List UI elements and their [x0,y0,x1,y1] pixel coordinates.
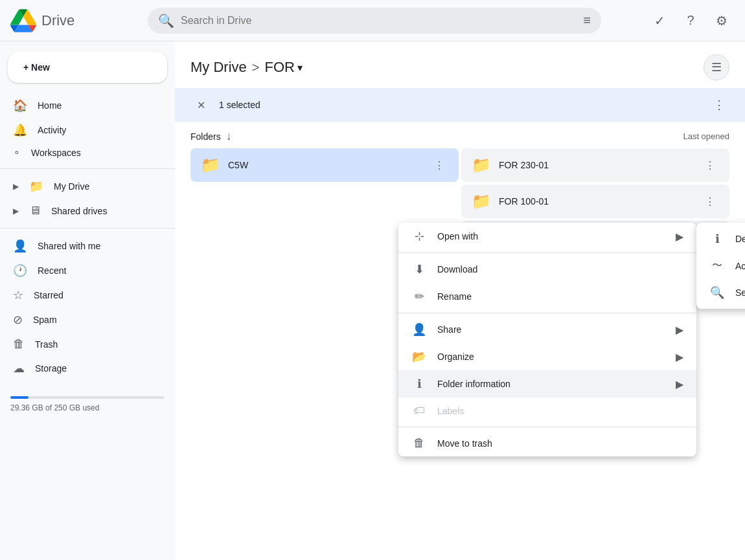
view-toggle-button[interactable]: ☰ [704,54,729,80]
folder-item-for-100-01[interactable]: 📁 FOR 100-01 ⋮ [461,185,729,218]
menu-item-label: Organize [437,352,474,362]
dropdown-icon: ▾ [297,62,303,74]
home-icon: 🏠 [13,98,27,113]
submenu: ℹ Details 〜 Activity 🔍 Search within C5W [696,223,745,309]
menu-item-download[interactable]: ⬇ Download [398,256,696,283]
sidebar-item-home[interactable]: 🏠 Home [0,93,165,118]
workspaces-icon: ⚬ [13,148,21,158]
rename-icon: ✏ [411,289,427,304]
breadcrumb-parent[interactable]: My Drive [190,59,247,76]
menu-item-label: Download [437,264,477,274]
search-input[interactable] [181,15,577,27]
storage-bar-fill [10,396,29,399]
menu-item-organize[interactable]: 📂 Organize ▶ [398,343,696,370]
search-icon: 🔍 [158,13,174,28]
sidebar-item-recent[interactable]: 🕐 Recent [0,258,165,283]
logo-area: Drive [10,8,140,34]
menu-item-label: Labels [437,406,464,416]
context-menu: ⊹ Open with ▶ ⬇ Download ✏ Rename 👤 Shar… [398,223,696,456]
submenu-item-label: Search within C5W [735,287,745,298]
submenu-item-details[interactable]: ℹ Details [696,225,745,252]
submenu-item-label: Activity [735,261,745,271]
open-with-icon: ⊹ [411,229,427,243]
star-icon: ☆ [13,288,23,302]
sidebar-item-activity[interactable]: 🔔 Activity [0,118,165,142]
breadcrumb-current-label: FOR [264,59,294,76]
sidebar-item-label: Shared drives [51,206,107,216]
last-opened-label: Last opened [683,131,729,141]
details-icon: ℹ [709,232,725,246]
sidebar-item-label: Starred [34,290,63,300]
selection-close-button[interactable]: ✕ [190,95,211,115]
activity-icon: 〜 [709,259,725,273]
menu-item-label: Rename [437,291,472,302]
search-within-icon: 🔍 [709,286,725,300]
filter-icon[interactable]: ≡ [583,13,591,28]
menu-divider-2 [398,313,696,313]
submenu-item-label: Details [735,234,745,244]
sidebar-item-workspaces[interactable]: ⚬ Workspaces [0,142,165,163]
bell-icon: 🔔 [13,123,27,137]
help-button[interactable]: ? [678,8,704,34]
storage-area: 29.36 GB of 250 GB used [10,386,165,418]
sidebar-item-label: My Drive [54,181,89,192]
breadcrumb-current[interactable]: FOR ▾ [264,59,302,76]
folder-name: FOR 230-01 [499,160,693,170]
sidebar-item-label: Recent [38,265,66,276]
topbar: Drive 🔍 ≡ ✓ ? ⚙ [0,0,745,41]
sidebar-item-my-drive[interactable]: ▶ 📁 My Drive [0,174,165,199]
folder-more-button[interactable]: ⋮ [430,156,448,174]
submenu-item-search-within[interactable]: 🔍 Search within C5W [696,279,745,306]
submenu-arrow-icon: ▶ [676,351,683,363]
sidebar-item-shared-drives[interactable]: ▶ 🖥 Shared drives [0,199,165,223]
folder-name: FOR 100-01 [499,196,693,207]
settings-button[interactable]: ⚙ [709,8,735,34]
sidebar-divider [0,168,175,169]
my-drive-icon: 📁 [29,179,43,194]
sidebar-item-spam[interactable]: ⊘ Spam [0,308,165,332]
sidebar-item-storage[interactable]: ☁ Storage [0,356,165,381]
sort-arrow-icon[interactable]: ↓ [226,129,232,143]
sidebar-item-label: Workspaces [31,148,81,158]
menu-item-folder-info[interactable]: ℹ Folder information ▶ [398,370,696,398]
menu-item-label: Folder information [437,379,510,389]
folder-item-c5w[interactable]: 📁 C5W ⋮ [190,148,459,182]
sidebar-item-shared-with-me[interactable]: 👤 Shared with me [0,234,165,258]
shared-icon: 👤 [13,239,27,253]
folders-label: Folders [190,131,221,142]
expand-icon: ▶ [13,207,19,216]
menu-divider-3 [398,427,696,427]
submenu-arrow-icon: ▶ [676,230,683,243]
menu-item-label: Move to trash [437,438,492,449]
menu-item-move-to-trash[interactable]: 🗑 Move to trash [398,430,696,456]
trash-menu-icon: 🗑 [411,436,427,450]
sidebar-item-trash[interactable]: 🗑 Trash [0,332,165,356]
checkmark-button[interactable]: ✓ [647,8,672,34]
selection-more-button[interactable]: ⋮ [709,95,729,115]
submenu-arrow-icon: ▶ [676,378,683,390]
menu-item-open-with[interactable]: ⊹ Open with ▶ [398,223,696,250]
folder-more-button[interactable]: ⋮ [701,192,719,210]
menu-item-rename[interactable]: ✏ Rename [398,283,696,310]
storage-bar-bg [10,396,165,399]
sidebar-item-label: Home [38,100,62,111]
submenu-item-activity[interactable]: 〜 Activity [696,252,745,279]
folder-item-for-230-01[interactable]: 📁 FOR 230-01 ⋮ [461,148,729,182]
new-button[interactable]: + New [8,52,167,83]
section-header: Folders ↓ Last opened [175,127,745,148]
trash-icon: 🗑 [13,337,25,351]
app-title: Drive [41,12,74,29]
menu-item-share[interactable]: 👤 Share ▶ [398,316,696,343]
sidebar-item-starred[interactable]: ☆ Starred [0,283,165,308]
sidebar-item-label: Storage [35,363,67,374]
expand-icon: ▶ [13,182,19,191]
sidebar-item-label: Trash [35,339,58,350]
search-bar[interactable]: 🔍 ≡ [148,8,601,34]
folder-name: C5W [228,160,422,170]
topbar-icons: ✓ ? ⚙ [647,8,735,34]
share-icon: 👤 [411,322,427,337]
info-icon: ℹ [411,377,427,391]
breadcrumb-separator: > [252,60,260,75]
folder-more-button[interactable]: ⋮ [701,156,719,174]
sidebar-item-label: Shared with me [38,241,100,251]
